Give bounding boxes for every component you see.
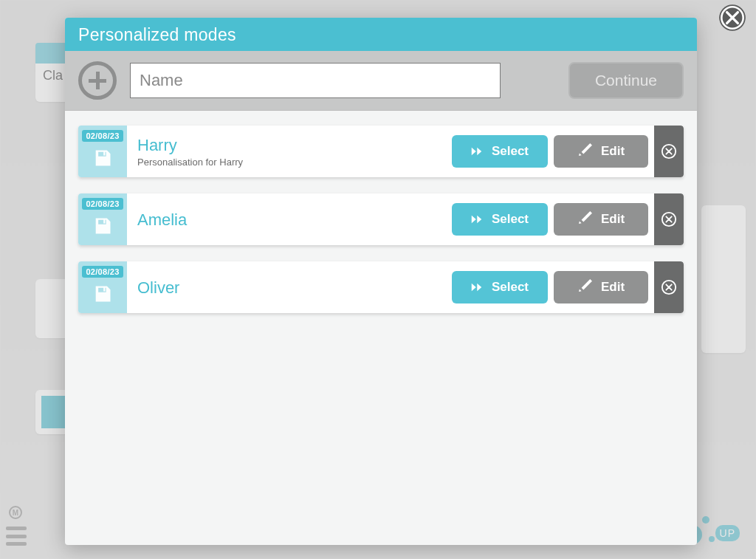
mode-description: Personalisation for Harry <box>137 157 441 168</box>
delete-button[interactable] <box>654 126 684 177</box>
mode-name: Oliver <box>137 279 441 297</box>
close-circle-icon <box>661 279 677 295</box>
mode-row: 02/08/23 Oliver Select Edit <box>78 261 684 313</box>
mode-date: 02/08/23 <box>82 130 123 142</box>
pencil-icon <box>577 143 594 160</box>
mode-actions: Select Edit <box>452 126 684 177</box>
close-icon <box>717 2 748 33</box>
mode-actions: Select Edit <box>452 261 684 313</box>
delete-button[interactable] <box>654 193 684 245</box>
mode-body: Amelia <box>127 193 452 245</box>
fast-forward-icon <box>471 214 484 224</box>
pencil-icon <box>577 211 594 228</box>
mode-date: 02/08/23 <box>82 266 123 278</box>
close-button[interactable] <box>715 0 750 35</box>
pencil-icon <box>577 279 594 296</box>
mode-row: 02/08/23 Harry Personalisation for Harry… <box>78 126 684 177</box>
select-button[interactable]: Select <box>452 203 548 236</box>
mode-side-tab: 02/08/23 <box>78 193 127 245</box>
modes-list: 02/08/23 Harry Personalisation for Harry… <box>65 111 697 328</box>
select-button[interactable]: Select <box>452 271 548 303</box>
mode-row: 02/08/23 Amelia Select Edit <box>78 193 684 245</box>
save-icon <box>92 284 113 304</box>
personalized-modes-modal: Personalized modes Continue 02/08/23 Har… <box>65 18 697 545</box>
mode-side-tab: 02/08/23 <box>78 126 127 177</box>
mode-body: Oliver <box>127 261 452 313</box>
plus-icon <box>89 72 106 89</box>
mode-date: 02/08/23 <box>82 198 123 210</box>
save-icon <box>92 148 113 168</box>
delete-button[interactable] <box>654 261 684 313</box>
continue-button[interactable]: Continue <box>568 62 684 99</box>
edit-button[interactable]: Edit <box>554 271 648 303</box>
mode-actions: Select Edit <box>452 193 684 245</box>
select-button[interactable]: Select <box>452 135 548 168</box>
add-mode-button[interactable] <box>78 61 117 100</box>
close-circle-icon <box>661 143 677 160</box>
edit-button[interactable]: Edit <box>554 203 648 236</box>
save-icon <box>92 216 113 236</box>
fast-forward-icon <box>471 282 484 292</box>
mode-name: Harry <box>137 137 441 154</box>
mode-body: Harry Personalisation for Harry <box>127 126 452 177</box>
edit-button[interactable]: Edit <box>554 135 648 168</box>
modal-toolbar: Continue <box>65 51 697 111</box>
fast-forward-icon <box>471 146 484 157</box>
modal-title: Personalized modes <box>65 18 697 51</box>
mode-side-tab: 02/08/23 <box>78 261 127 313</box>
mode-name-input[interactable] <box>130 63 501 98</box>
close-circle-icon <box>661 211 677 227</box>
mode-name: Amelia <box>137 211 441 229</box>
